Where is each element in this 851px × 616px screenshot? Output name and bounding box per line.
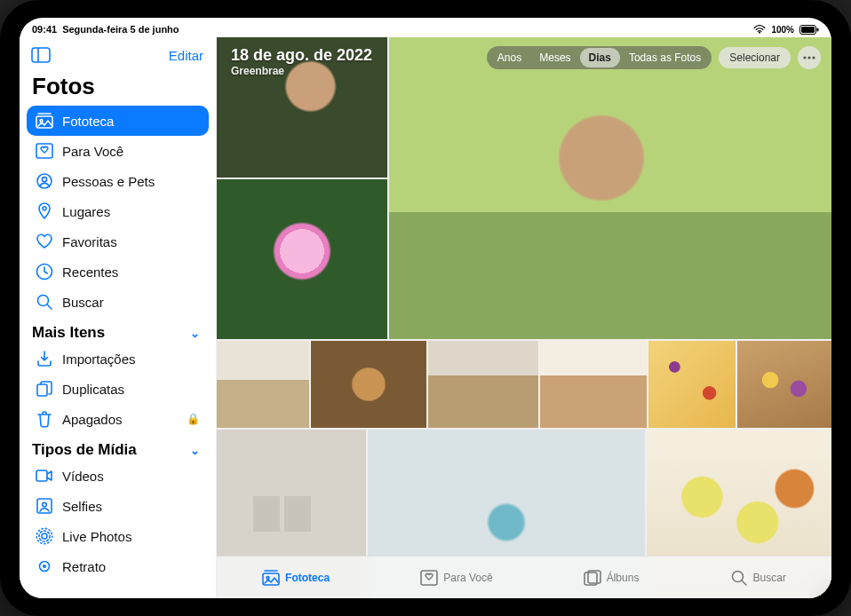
sidebar-item-selfie[interactable]: Selfies xyxy=(27,491,209,521)
svg-rect-1 xyxy=(801,27,815,33)
sidebar-item-search[interactable]: Buscar xyxy=(27,287,209,317)
sidebar-item-label: Pessoas e Pets xyxy=(62,174,200,189)
selfie-icon xyxy=(36,497,53,515)
sidebar-item-label: Favoritas xyxy=(62,234,200,249)
tab-label: Álbuns xyxy=(607,572,640,584)
segment-dias[interactable]: Dias xyxy=(580,48,620,67)
battery-icon xyxy=(799,25,819,35)
sidebar-item-live[interactable]: Live Photos xyxy=(27,521,209,551)
bottom-tab-bar: FototecaPara VocêÁlbunsBuscar xyxy=(217,556,831,598)
download-icon xyxy=(36,350,53,367)
people-icon xyxy=(36,172,53,190)
ipad-frame: 09:41 Segunda-feira 5 de junho 100% xyxy=(0,0,851,616)
photo-thumbnail[interactable] xyxy=(217,179,387,339)
tab-label: Buscar xyxy=(753,572,786,584)
places-icon xyxy=(36,202,53,220)
trash-icon xyxy=(36,410,53,428)
foryou-icon xyxy=(36,142,53,160)
chevron-down-icon: ⌄ xyxy=(190,327,200,340)
main-content: 18 de ago. de 2022 Greenbrae AnosMesesDi… xyxy=(217,37,831,598)
sidebar-item-label: Duplicatas xyxy=(62,382,200,397)
sidebar-item-label: Apagados xyxy=(62,412,178,427)
tab-label: Fototeca xyxy=(285,572,330,584)
sidebar-item-label: Recentes xyxy=(62,265,200,280)
sidebar-title: Fotos xyxy=(27,73,209,106)
svg-point-23 xyxy=(807,56,810,59)
view-segmented-control[interactable]: AnosMesesDiasTodas as Fotos xyxy=(487,46,712,69)
svg-point-21 xyxy=(43,565,46,568)
sidebar-item-label: Importações xyxy=(62,351,200,367)
sidebar-item-label: Vídeos xyxy=(62,469,200,484)
tab-foryou[interactable]: Para Você xyxy=(420,570,492,586)
chevron-down-icon: ⌄ xyxy=(190,444,200,457)
tab-library[interactable]: Fototeca xyxy=(262,570,330,586)
library-icon xyxy=(262,570,280,586)
tab-label: Para Você xyxy=(443,572,492,584)
svg-rect-3 xyxy=(32,48,50,62)
photo-thumbnail[interactable] xyxy=(217,37,387,178)
sidebar-item-heart[interactable]: Favoritas xyxy=(27,226,209,257)
svg-point-17 xyxy=(42,533,47,539)
svg-rect-13 xyxy=(37,384,47,396)
section-media-header[interactable]: Tipos de Mídia ⌄ xyxy=(27,434,209,461)
segment-anos[interactable]: Anos xyxy=(489,48,530,67)
sidebar-item-places[interactable]: Lugares xyxy=(27,196,209,226)
status-time: 09:41 xyxy=(32,24,57,35)
sidebar-item-clock[interactable]: Recentes xyxy=(27,257,209,287)
lock-icon: 🔒 xyxy=(187,413,200,425)
photo-grid[interactable]: 18 de ago. de 2022 Greenbrae AnosMesesDi… xyxy=(217,37,831,598)
sidebar-item-label: Lugares xyxy=(62,204,200,219)
svg-point-22 xyxy=(803,56,806,59)
clock-icon xyxy=(36,263,53,280)
photo-thumbnail[interactable] xyxy=(737,341,831,428)
svg-point-6 xyxy=(40,120,43,122)
sidebar-item-library[interactable]: Fototeca xyxy=(27,106,209,136)
tab-search[interactable]: Buscar xyxy=(730,570,786,586)
library-icon xyxy=(36,112,53,130)
sidebar-item-label: Fototeca xyxy=(62,114,200,129)
sidebar-item-duplicates[interactable]: Duplicatas xyxy=(27,374,209,404)
select-button[interactable]: Selecionar xyxy=(719,47,791,68)
screen: 09:41 Segunda-feira 5 de junho 100% xyxy=(20,18,831,598)
photo-thumbnail-hero[interactable] xyxy=(389,37,831,339)
portrait-icon xyxy=(36,557,53,575)
svg-rect-2 xyxy=(817,28,819,31)
sidebar-item-label: Selfies xyxy=(62,499,200,514)
segment-todas-as-fotos[interactable]: Todas as Fotos xyxy=(620,48,710,67)
sidebar: Editar Fotos FototecaPara VocêPessoas e … xyxy=(20,37,217,598)
section-more-header[interactable]: Mais Itens ⌄ xyxy=(27,317,209,344)
heart-icon xyxy=(36,233,53,250)
svg-point-26 xyxy=(266,576,269,579)
video-icon xyxy=(36,467,53,485)
svg-rect-7 xyxy=(36,144,52,158)
duplicates-icon xyxy=(36,380,53,398)
svg-rect-27 xyxy=(421,571,437,585)
svg-point-12 xyxy=(38,296,49,306)
svg-point-10 xyxy=(43,207,46,210)
live-icon xyxy=(36,527,53,545)
photo-thumbnail[interactable] xyxy=(540,341,647,428)
more-button[interactable] xyxy=(798,46,821,69)
photo-thumbnail[interactable] xyxy=(648,341,736,428)
sidebar-toggle-button[interactable] xyxy=(30,44,52,66)
status-bar: 09:41 Segunda-feira 5 de junho 100% xyxy=(20,21,831,37)
photo-thumbnail[interactable] xyxy=(311,341,426,428)
battery-percent: 100% xyxy=(771,25,794,35)
photo-thumbnail[interactable] xyxy=(428,341,538,428)
sidebar-item-video[interactable]: Vídeos xyxy=(27,461,209,491)
sidebar-item-portrait[interactable]: Retrato xyxy=(27,551,209,581)
svg-point-18 xyxy=(39,531,50,541)
photo-thumbnail[interactable] xyxy=(217,341,309,428)
edit-button[interactable]: Editar xyxy=(169,48,203,63)
svg-rect-14 xyxy=(36,470,47,481)
sidebar-item-foryou[interactable]: Para Você xyxy=(27,136,209,166)
sidebar-item-trash[interactable]: Apagados🔒 xyxy=(27,404,209,434)
albums-icon xyxy=(584,570,601,586)
tab-albums[interactable]: Álbuns xyxy=(584,570,640,586)
sidebar-item-people[interactable]: Pessoas e Pets xyxy=(27,166,209,196)
section-more-label: Mais Itens xyxy=(32,324,105,342)
sidebar-item-download[interactable]: Importações xyxy=(27,344,209,374)
svg-point-30 xyxy=(732,571,743,581)
wifi-icon xyxy=(753,25,766,34)
segment-meses[interactable]: Meses xyxy=(530,48,579,67)
